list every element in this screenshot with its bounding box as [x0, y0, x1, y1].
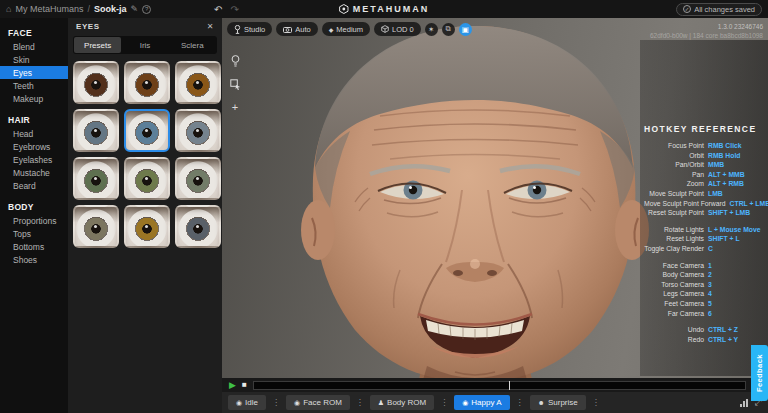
- hotkey-binding: RMB Hold: [708, 151, 762, 161]
- saved-status-text: All changes saved: [694, 5, 755, 14]
- hotkey-row: Rotate LightsL + Mouse Move: [644, 225, 762, 235]
- top-bar: ⌂ My MetaHumans / Sook-ja ✎ ? ↶ ↷ METAHU…: [0, 0, 768, 18]
- stats-icon[interactable]: [740, 399, 748, 407]
- tab-iris[interactable]: Iris: [121, 37, 168, 53]
- clip-menu-icon[interactable]: ⋮: [516, 398, 524, 407]
- stop-button[interactable]: ■: [242, 381, 247, 389]
- hotkey-label: Orbit: [644, 151, 708, 161]
- sidebar-item-blend[interactable]: Blend: [0, 40, 68, 53]
- undo-icon[interactable]: ↶: [214, 4, 222, 15]
- camera-mode-button[interactable]: Auto: [276, 22, 317, 36]
- lod-button[interactable]: LOD 0: [374, 22, 421, 36]
- eye-preset-hazel-gray[interactable]: [73, 205, 119, 248]
- eye-preset-brown[interactable]: [124, 61, 170, 104]
- hotkey-label: Body Camera: [644, 270, 708, 280]
- layers-button[interactable]: ⧉: [442, 23, 455, 36]
- close-icon[interactable]: ✕: [207, 22, 214, 31]
- playhead[interactable]: [509, 381, 510, 390]
- sidebar-item-eyebrows[interactable]: Eyebrows: [0, 140, 68, 153]
- eye-preset-hazel-green[interactable]: [124, 157, 170, 200]
- sidebar-item-teeth[interactable]: Teeth: [0, 79, 68, 92]
- viewport-toolbar: Studio Auto ◆ Medium LOD 0 ✶: [227, 22, 472, 36]
- sidebar-item-head[interactable]: Head: [0, 127, 68, 140]
- breadcrumb-root[interactable]: My MetaHumans: [15, 4, 83, 14]
- diamond-icon: ◆: [329, 26, 334, 33]
- move-tool[interactable]: +: [229, 101, 241, 113]
- timeline-scrubber[interactable]: [253, 381, 746, 390]
- hotkey-group: UndoCTRL + ZRedoCTRL + Y: [644, 325, 762, 344]
- sidebar-item-beard[interactable]: Beard: [0, 179, 68, 192]
- eye-preset-amber-yellow[interactable]: [124, 205, 170, 248]
- quality-button[interactable]: ◆ Medium: [322, 22, 370, 36]
- eye-preset-gray-green[interactable]: [175, 157, 221, 200]
- clip-idle[interactable]: ◉Idle: [228, 395, 266, 410]
- hotkey-group: Rotate LightsL + Mouse MoveReset LightsS…: [644, 225, 762, 254]
- clip-menu-icon[interactable]: ⋮: [356, 398, 364, 407]
- clip-smiley-icon: ☻: [538, 399, 545, 406]
- clip-body-rom[interactable]: ♟Body ROM: [370, 395, 434, 410]
- hotkey-label: Focus Point: [644, 141, 708, 151]
- eye-preset-gray-blue[interactable]: [175, 109, 221, 152]
- session-text: 62dfd0-b00w | 184 core ba8bcd8b1098: [650, 31, 763, 40]
- clip-happy-a[interactable]: ◉Happy A: [454, 395, 509, 410]
- tab-sclera[interactable]: Sclera: [169, 37, 216, 53]
- eye-preset-amber-brown[interactable]: [175, 61, 221, 104]
- clay-render-toggle[interactable]: ✶: [425, 23, 438, 36]
- hotkey-label: Reset Sculpt Point: [644, 208, 708, 218]
- eye-preset-blue[interactable]: [124, 109, 170, 152]
- plus-icon: +: [232, 101, 238, 113]
- sparkle-icon: ✶: [428, 25, 434, 34]
- hotkey-row: Pan/OrbitMMB: [644, 160, 762, 170]
- sidebar-item-makeup[interactable]: Makeup: [0, 92, 68, 105]
- hotkey-binding: CTRL + Y: [708, 335, 762, 345]
- select-cursor-icon: [230, 79, 241, 90]
- eye-preset-green[interactable]: [73, 157, 119, 200]
- edit-name-icon[interactable]: ✎: [131, 4, 139, 14]
- play-button[interactable]: ▶: [229, 381, 236, 390]
- help-icon[interactable]: ?: [142, 5, 151, 14]
- clip-label: Happy A: [471, 398, 501, 407]
- feedback-button[interactable]: Feedback: [751, 345, 768, 401]
- viewport-tool-column: +: [229, 55, 241, 113]
- sidebar-item-proportions[interactable]: Proportions: [0, 214, 68, 227]
- hotkey-group: Face Camera1Body Camera2Torso Camera3Leg…: [644, 261, 762, 319]
- lightbulb-icon: [231, 55, 240, 67]
- sidebar-item-tops[interactable]: Tops: [0, 227, 68, 240]
- select-tool[interactable]: [229, 78, 241, 90]
- saved-status-badge: ✓ All changes saved: [676, 3, 762, 16]
- clip-menu-icon[interactable]: ⋮: [592, 398, 600, 407]
- eye-preset-dark-brown[interactable]: [73, 61, 119, 104]
- hotkey-binding: 3: [708, 280, 762, 290]
- capture-toggle[interactable]: ▣: [459, 23, 472, 36]
- studio-lighting-button[interactable]: Studio: [227, 22, 272, 36]
- sidebar-item-eyelashes[interactable]: Eyelashes: [0, 153, 68, 166]
- sidebar-item-shoes[interactable]: Shoes: [0, 253, 68, 266]
- clip-menu-icon[interactable]: ⋮: [272, 398, 280, 407]
- sidebar-item-eyes[interactable]: Eyes: [0, 66, 68, 79]
- logo-text: METAHUMAN: [353, 4, 429, 14]
- clip-face-rom[interactable]: ◉Face ROM: [286, 395, 350, 410]
- eye-preset-dark-gray[interactable]: [175, 205, 221, 248]
- clip-menu-icon[interactable]: ⋮: [440, 398, 448, 407]
- home-icon[interactable]: ⌂: [6, 4, 11, 14]
- lightbulb-tool[interactable]: [229, 55, 241, 67]
- sidebar-item-bottoms[interactable]: Bottoms: [0, 240, 68, 253]
- hotkey-binding: 5: [708, 299, 762, 309]
- 3d-viewport[interactable]: Studio Auto ◆ Medium LOD 0 ✶: [222, 18, 768, 413]
- logo-hexagon-icon: [339, 4, 349, 14]
- hotkey-row: Reset LightsSHIFT + L: [644, 234, 762, 244]
- hotkey-row: UndoCTRL + Z: [644, 325, 762, 335]
- hotkey-binding: LMB: [708, 189, 762, 199]
- eye-preset-blue-gray[interactable]: [73, 109, 119, 152]
- hotkey-binding: 4: [708, 289, 762, 299]
- sidebar-item-skin[interactable]: Skin: [0, 53, 68, 66]
- clip-surprise[interactable]: ☻Surprise: [530, 395, 586, 410]
- eyes-tabs: PresetsIrisSclera: [73, 36, 217, 54]
- sidebar-item-mustache[interactable]: Mustache: [0, 166, 68, 179]
- tab-presets[interactable]: Presets: [74, 37, 121, 53]
- metahuman-creator-app: ⌂ My MetaHumans / Sook-ja ✎ ? ↶ ↷ METAHU…: [0, 0, 768, 413]
- lod-label: LOD 0: [392, 25, 414, 34]
- hotkey-binding: CTRL + Z: [708, 325, 762, 335]
- redo-icon[interactable]: ↷: [230, 4, 238, 15]
- hotkey-label: Undo: [644, 325, 708, 335]
